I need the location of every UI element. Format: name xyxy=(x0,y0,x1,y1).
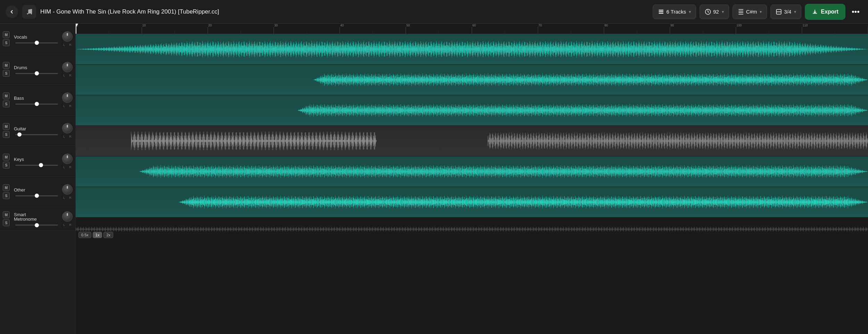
track-row-keys: M S Keys L R xyxy=(0,146,75,177)
ruler[interactable] xyxy=(76,24,868,34)
track-row-smart-metro: M S Smart Metronome L R xyxy=(0,207,75,231)
app-header: HIM - Gone With The Sin (Live Rock Am Ri… xyxy=(0,0,868,24)
bass-knob[interactable] xyxy=(62,92,73,103)
key-button[interactable]: C#m ▾ xyxy=(733,5,767,19)
time-sig-button[interactable]: 3/4 ▾ xyxy=(770,5,801,19)
ms-btns-guitar: M S xyxy=(3,123,10,138)
guitar-knob[interactable] xyxy=(62,123,73,133)
waveform-keys[interactable] xyxy=(76,156,868,187)
speed-0.5x[interactable]: 0.5x xyxy=(78,232,91,238)
solo-other[interactable]: S xyxy=(3,192,10,199)
vocals-knob-area: L R xyxy=(62,31,73,47)
ms-btns-keys: M S xyxy=(3,154,10,169)
keys-lr: L R xyxy=(63,165,72,169)
metro-knob[interactable] xyxy=(62,211,73,222)
more-button[interactable]: ••• xyxy=(849,6,862,18)
export-button[interactable]: Export xyxy=(805,4,845,20)
key-chevron: ▾ xyxy=(760,9,762,14)
song-title: HIM - Gone With The Sin (Live Rock Am Ri… xyxy=(40,8,649,15)
track-row-other: M S Other L R xyxy=(0,177,75,207)
more-icon: ••• xyxy=(852,7,860,16)
mute-drums[interactable]: M xyxy=(3,62,10,69)
back-button[interactable] xyxy=(6,6,18,18)
bass-knob-area: L R xyxy=(62,92,73,108)
speed-2x[interactable]: 2x xyxy=(103,232,113,238)
waveform-other[interactable] xyxy=(76,187,868,218)
bass-label: Bass xyxy=(14,96,59,101)
tracks-chevron: ▾ xyxy=(689,9,691,14)
svg-rect-2 xyxy=(659,13,664,14)
solo-bass[interactable]: S xyxy=(3,100,10,107)
mute-vocals[interactable]: M xyxy=(3,31,10,38)
metro-pan-slider[interactable] xyxy=(14,225,59,226)
bpm-button[interactable]: 92 ▾ xyxy=(700,5,729,19)
ms-btns-drums: M S xyxy=(3,62,10,77)
waveform-vocals[interactable] xyxy=(76,34,868,65)
speed-1x[interactable]: 1x xyxy=(93,232,102,238)
bass-pan-slider[interactable] xyxy=(14,104,59,105)
other-controls: Other xyxy=(12,187,61,196)
tracks-button[interactable]: 6 Tracks ▾ xyxy=(653,5,696,19)
metro-label-line2: Metronome xyxy=(14,217,59,222)
guitar-label: Guitar xyxy=(14,126,59,131)
waveform-drums[interactable] xyxy=(76,65,868,95)
solo-metro[interactable]: S xyxy=(3,219,10,226)
bass-controls: Bass xyxy=(12,96,61,105)
other-knob-area: L R xyxy=(62,184,73,199)
waveform-vocals-canvas xyxy=(76,34,868,64)
keys-knob-area: L R xyxy=(62,154,73,169)
drums-knob-area: L R xyxy=(62,62,73,77)
track-row-vocals: M S Vocals L R xyxy=(0,24,75,54)
mute-metro[interactable]: M xyxy=(3,211,10,218)
other-pan-slider[interactable] xyxy=(14,195,59,196)
other-knob[interactable] xyxy=(62,184,73,195)
drums-knob[interactable] xyxy=(62,62,73,72)
timeline-area: 0.5x 1x 2x xyxy=(76,24,868,334)
guitar-pan-slider[interactable] xyxy=(14,134,59,135)
ruler-canvas xyxy=(76,24,868,34)
keys-knob[interactable] xyxy=(62,154,73,164)
time-sig-chevron: ▾ xyxy=(794,9,796,14)
guitar-controls: Guitar xyxy=(12,126,61,135)
waveform-drums-canvas xyxy=(76,65,868,95)
mute-bass[interactable]: M xyxy=(3,92,10,99)
solo-keys[interactable]: S xyxy=(3,162,10,169)
guitar-lr: L R xyxy=(63,135,72,138)
bpm-label: 92 xyxy=(713,9,719,15)
waveform-smart-metro[interactable]: 0.5x 1x 2x xyxy=(76,218,868,241)
header-controls: 6 Tracks ▾ 92 ▾ C#m ▾ 3 xyxy=(653,4,862,20)
drums-pan-slider[interactable] xyxy=(14,73,59,74)
other-label: Other xyxy=(14,187,59,193)
playhead[interactable] xyxy=(76,24,76,34)
key-label: C#m xyxy=(746,9,757,15)
mute-keys[interactable]: M xyxy=(3,154,10,161)
vocals-pan-slider[interactable] xyxy=(14,42,59,43)
tracks-container: 0.5x 1x 2x xyxy=(76,34,868,334)
solo-guitar[interactable]: S xyxy=(3,131,10,138)
main-area: M S Vocals L R M xyxy=(0,24,868,334)
waveform-metro-canvas xyxy=(76,218,868,241)
solo-vocals[interactable]: S xyxy=(3,39,10,46)
bpm-chevron: ▾ xyxy=(722,9,724,14)
keys-pan-slider[interactable] xyxy=(14,165,59,166)
vocals-label: Vocals xyxy=(14,34,59,40)
sidebar: M S Vocals L R M xyxy=(0,24,76,334)
tracks-label: 6 Tracks xyxy=(666,9,686,15)
ms-btns-metro: M S xyxy=(3,211,10,226)
guitar-knob-area: L R xyxy=(62,123,73,138)
keys-label: Keys xyxy=(14,157,59,162)
metro-knob-area: L R xyxy=(62,211,73,227)
metro-label-box: Smart Metronome xyxy=(14,212,59,222)
metro-lr: L R xyxy=(63,223,72,227)
solo-drums[interactable]: S xyxy=(3,70,10,77)
vocals-lr: L R xyxy=(63,43,72,47)
mute-guitar[interactable]: M xyxy=(3,123,10,130)
mute-other[interactable]: M xyxy=(3,184,10,191)
other-lr: L R xyxy=(63,196,72,199)
vocals-knob[interactable] xyxy=(62,31,73,42)
drums-controls: Drums xyxy=(12,65,61,74)
track-row-guitar: M S Guitar L R xyxy=(0,115,75,146)
waveform-guitar[interactable] xyxy=(76,126,868,156)
drums-lr: L R xyxy=(63,74,72,77)
waveform-bass[interactable] xyxy=(76,95,868,126)
